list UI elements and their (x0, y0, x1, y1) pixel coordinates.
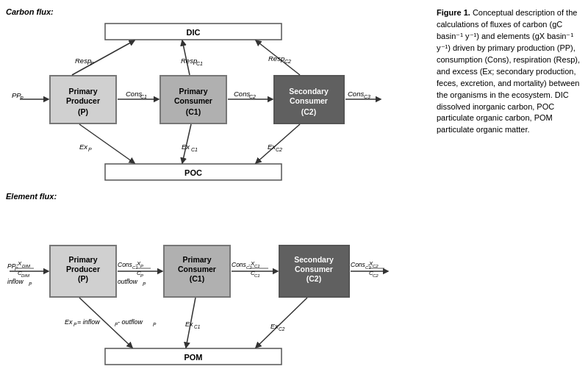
svg-line-38 (79, 124, 135, 163)
svg-text:Ex: Ex (270, 323, 279, 330)
svg-text:P: P (140, 273, 143, 278)
svg-text:Primary: Primary (179, 87, 207, 96)
figure-caption-title: Figure 1. (437, 8, 470, 17)
svg-text:Resp: Resp (268, 54, 284, 62)
svg-text:= inflow: = inflow (77, 318, 100, 326)
svg-text:P: P (20, 96, 24, 101)
caption-area: Figure 1. Conceptual description of the … (434, 0, 588, 369)
svg-text:Ex: Ex (185, 320, 193, 328)
svg-text:P: P (153, 322, 157, 327)
svg-text:DIC: DIC (187, 28, 201, 37)
svg-text:Secondary: Secondary (294, 255, 334, 264)
svg-text:C2: C2 (279, 326, 285, 332)
svg-text:C1: C1 (254, 264, 260, 268)
svg-text:Producer: Producer (66, 96, 100, 105)
svg-text:POM: POM (184, 353, 202, 362)
svg-text:(P): (P) (78, 107, 88, 116)
svg-text:C3: C3 (364, 94, 370, 99)
element-flux-diagram: Primary Producer (P) Primary Consumer (C… (6, 205, 428, 369)
svg-text:Consumer: Consumer (174, 96, 212, 105)
svg-text:Consumer: Consumer (178, 265, 216, 273)
svg-text:Cons: Cons (232, 261, 247, 268)
svg-text:Ex: Ex (79, 143, 88, 151)
element-flux-svg: Primary Producer (P) Primary Consumer (C… (6, 205, 428, 369)
svg-text:Consumer: Consumer (295, 265, 333, 273)
svg-text:POC: POC (184, 168, 202, 177)
svg-text:C2: C2 (276, 147, 282, 152)
svg-text:C2: C2 (373, 264, 379, 268)
svg-text:C1: C1 (140, 94, 147, 99)
svg-text:Primary: Primary (182, 255, 211, 264)
svg-text:Resp: Resp (181, 57, 197, 65)
carbon-flux-diagram: DIC POC Primary Producer (P) Primary Con… (6, 21, 428, 186)
carbon-flux-svg: DIC POC Primary Producer (P) Primary Con… (6, 21, 428, 186)
svg-text:C2: C2 (249, 94, 256, 99)
svg-text:P: P (88, 147, 92, 152)
svg-text:P: P (140, 264, 143, 268)
svg-text:C1: C1 (194, 324, 201, 329)
svg-text:Ex: Ex (182, 143, 190, 151)
svg-text:- outflow: - outflow (118, 318, 143, 326)
carbon-flux-label: Carbon flux: (6, 7, 428, 16)
svg-text:Primary: Primary (68, 87, 97, 96)
element-flux-label: Element flux: (6, 192, 428, 201)
svg-line-111 (256, 298, 307, 348)
svg-text:(C2): (C2) (306, 274, 321, 283)
svg-text:(P): (P) (78, 274, 88, 283)
svg-text:Consumer: Consumer (290, 96, 328, 105)
svg-text:(C1): (C1) (190, 274, 204, 283)
svg-line-44 (256, 124, 300, 163)
svg-text:P: P (29, 282, 32, 287)
diagram-area: Carbon flux: DIC POC Primary Producer (P… (0, 0, 434, 369)
svg-text:Ex: Ex (65, 318, 73, 326)
svg-text:Producer: Producer (66, 265, 100, 273)
svg-text:X: X (17, 260, 22, 267)
svg-text:P: P (90, 61, 94, 66)
svg-text:Primary: Primary (68, 255, 97, 264)
svg-text:Cons: Cons (234, 90, 250, 98)
svg-text:Cons: Cons (348, 90, 364, 98)
svg-text:C2: C2 (284, 59, 291, 64)
svg-text:inflow: inflow (7, 278, 24, 285)
svg-text:C1: C1 (196, 61, 203, 66)
svg-text:Cons: Cons (351, 261, 366, 268)
svg-text:Resp: Resp (75, 57, 91, 65)
svg-text:outflow: outflow (118, 278, 138, 285)
svg-text:C1: C1 (191, 147, 198, 152)
svg-text:Cons: Cons (118, 261, 133, 268)
svg-text:DIM: DIM (22, 264, 30, 268)
svg-text:C2: C2 (373, 273, 379, 278)
svg-text:Secondary: Secondary (289, 87, 329, 96)
svg-text:C1: C1 (254, 273, 260, 278)
svg-text:(C1): (C1) (186, 107, 201, 116)
svg-text:P: P (143, 282, 146, 287)
svg-text:(C2): (C2) (301, 107, 316, 116)
figure-caption-body: Conceptual description of the calculatio… (437, 8, 580, 134)
